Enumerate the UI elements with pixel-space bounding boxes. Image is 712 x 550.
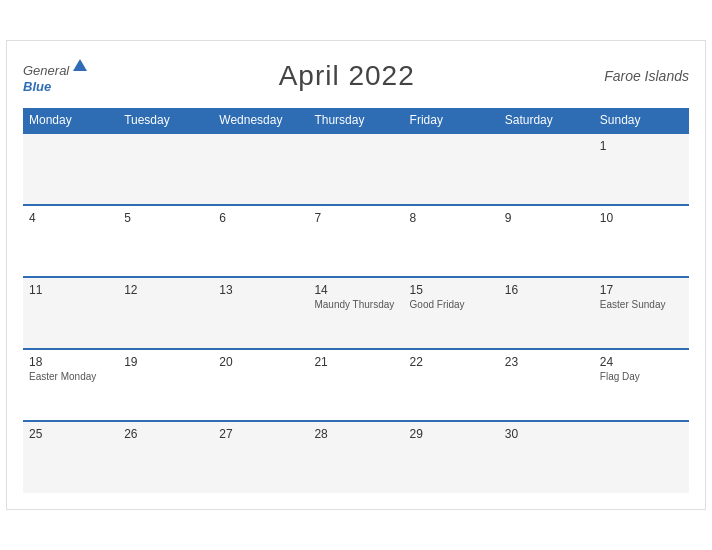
day-number: 28: [314, 427, 397, 441]
day-number: 5: [124, 211, 207, 225]
day-number: 27: [219, 427, 302, 441]
table-row: 9: [499, 205, 594, 277]
day-number: 17: [600, 283, 683, 297]
table-row: 15Good Friday: [404, 277, 499, 349]
logo-blue-text: Blue: [23, 79, 51, 94]
day-number: 13: [219, 283, 302, 297]
holiday-name: Easter Monday: [29, 371, 112, 382]
holiday-name: Maundy Thursday: [314, 299, 397, 310]
region-label: Faroe Islands: [604, 68, 689, 84]
table-row: [308, 133, 403, 205]
table-row: 21: [308, 349, 403, 421]
header-wednesday: Wednesday: [213, 108, 308, 133]
table-row: [594, 421, 689, 493]
header-thursday: Thursday: [308, 108, 403, 133]
day-number: 19: [124, 355, 207, 369]
header-monday: Monday: [23, 108, 118, 133]
table-row: 11: [23, 277, 118, 349]
header-tuesday: Tuesday: [118, 108, 213, 133]
day-number: 10: [600, 211, 683, 225]
logo-icon: [71, 57, 89, 75]
day-number: 30: [505, 427, 588, 441]
day-number: 14: [314, 283, 397, 297]
table-row: 22: [404, 349, 499, 421]
day-number: 15: [410, 283, 493, 297]
table-row: 19: [118, 349, 213, 421]
table-row: 28: [308, 421, 403, 493]
table-row: 18Easter Monday: [23, 349, 118, 421]
header-friday: Friday: [404, 108, 499, 133]
holiday-name: Good Friday: [410, 299, 493, 310]
svg-marker-0: [73, 59, 87, 71]
day-number: 21: [314, 355, 397, 369]
calendar-table: Monday Tuesday Wednesday Thursday Friday…: [23, 108, 689, 493]
table-row: 1: [594, 133, 689, 205]
header-sunday: Sunday: [594, 108, 689, 133]
calendar-week-row: 11121314Maundy Thursday15Good Friday1617…: [23, 277, 689, 349]
calendar-week-row: 18Easter Monday192021222324Flag Day: [23, 349, 689, 421]
table-row: 30: [499, 421, 594, 493]
calendar-week-row: 1: [23, 133, 689, 205]
table-row: 14Maundy Thursday: [308, 277, 403, 349]
day-number: 16: [505, 283, 588, 297]
day-number: 4: [29, 211, 112, 225]
table-row: 23: [499, 349, 594, 421]
day-number: 6: [219, 211, 302, 225]
day-number: 18: [29, 355, 112, 369]
day-number: 25: [29, 427, 112, 441]
day-number: 9: [505, 211, 588, 225]
table-row: 24Flag Day: [594, 349, 689, 421]
table-row: 12: [118, 277, 213, 349]
weekday-header-row: Monday Tuesday Wednesday Thursday Friday…: [23, 108, 689, 133]
table-row: 16: [499, 277, 594, 349]
day-number: 8: [410, 211, 493, 225]
table-row: 6: [213, 205, 308, 277]
table-row: [499, 133, 594, 205]
table-row: 17Easter Sunday: [594, 277, 689, 349]
table-row: 26: [118, 421, 213, 493]
empty-cell: [213, 133, 308, 205]
table-row: 4: [23, 205, 118, 277]
holiday-name: Flag Day: [600, 371, 683, 382]
table-row: 25: [23, 421, 118, 493]
empty-cell: [118, 133, 213, 205]
logo: General Blue: [23, 57, 89, 94]
table-row: 8: [404, 205, 499, 277]
day-number: 7: [314, 211, 397, 225]
calendar-week-row: 45678910: [23, 205, 689, 277]
day-number: 26: [124, 427, 207, 441]
day-number: 12: [124, 283, 207, 297]
day-number: 22: [410, 355, 493, 369]
day-number: 11: [29, 283, 112, 297]
header-saturday: Saturday: [499, 108, 594, 133]
table-row: 27: [213, 421, 308, 493]
day-number: 29: [410, 427, 493, 441]
day-number: 20: [219, 355, 302, 369]
table-row: [404, 133, 499, 205]
table-row: 29: [404, 421, 499, 493]
table-row: 20: [213, 349, 308, 421]
calendar-week-row: 252627282930: [23, 421, 689, 493]
logo-general-text: General: [23, 63, 69, 78]
table-row: 5: [118, 205, 213, 277]
table-row: 10: [594, 205, 689, 277]
table-row: 7: [308, 205, 403, 277]
day-number: 24: [600, 355, 683, 369]
holiday-name: Easter Sunday: [600, 299, 683, 310]
day-number: 1: [600, 139, 683, 153]
empty-cell: [23, 133, 118, 205]
day-number: 23: [505, 355, 588, 369]
table-row: 13: [213, 277, 308, 349]
month-title: April 2022: [279, 60, 415, 92]
calendar-header: General Blue April 2022 Faroe Islands: [23, 57, 689, 94]
calendar-container: General Blue April 2022 Faroe Islands Mo…: [6, 40, 706, 510]
